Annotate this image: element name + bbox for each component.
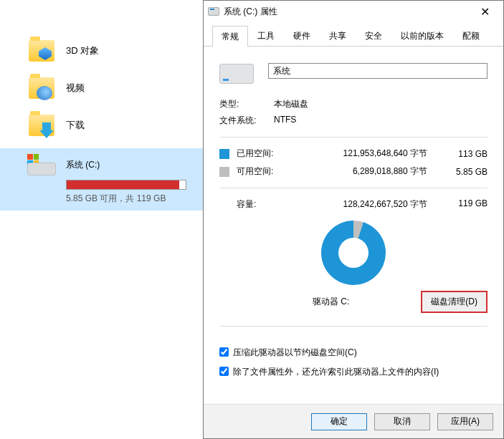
filesystem-value: NTFS (274, 115, 296, 127)
tab-content: 类型: 本地磁盘 文件系统: NTFS 已用空间: 121,953,648,64… (204, 47, 503, 404)
tab-quota[interactable]: 配额 (453, 25, 489, 46)
index-label: 除了文件属性外，还允许索引此驱动器上文件的内容(I) (233, 366, 439, 378)
type-value: 本地磁盘 (274, 98, 308, 110)
compress-drive-checkbox[interactable]: 压缩此驱动器以节约磁盘空间(C) (219, 347, 488, 359)
free-color-swatch (219, 167, 229, 177)
drive-icon (208, 7, 219, 16)
folder-download-icon (27, 111, 56, 140)
sidebar-item-label: 3D 对象 (66, 44, 99, 57)
sidebar-item-drive-c[interactable]: 系统 (C:) 5.85 GB 可用，共 119 GB (0, 148, 203, 211)
tab-tools[interactable]: 工具 (248, 25, 284, 46)
usage-pie-chart (321, 221, 386, 285)
folder-3d-icon (27, 37, 56, 65)
dialog-title: 系统 (C:) 属性 (224, 6, 470, 18)
drive-name-input[interactable] (268, 63, 488, 79)
compress-checkbox-input[interactable] (219, 347, 229, 357)
apply-button[interactable]: 应用(A) (437, 413, 493, 430)
drive-letter-label: 驱动器 C: (219, 296, 349, 308)
free-space-gb: 5.85 GB (446, 167, 488, 177)
type-label: 类型: (219, 98, 274, 110)
sidebar-item-label: 视频 (66, 82, 85, 95)
used-space-label: 已用空间: (237, 148, 298, 160)
index-checkbox-input[interactable] (219, 367, 229, 376)
drive-large-icon (219, 58, 254, 84)
drive-usage-bar (66, 180, 186, 190)
drive-c-icon (27, 154, 56, 175)
sidebar-item-label: 下载 (66, 119, 85, 132)
tab-general[interactable]: 常规 (212, 26, 248, 47)
tab-strip: 常规 工具 硬件 共享 安全 以前的版本 配额 (204, 25, 503, 47)
close-button[interactable]: ✕ (470, 1, 499, 21)
sidebar-item-3d-objects[interactable]: 3D 对象 (0, 32, 203, 69)
tab-sharing[interactable]: 共享 (320, 25, 356, 46)
used-color-swatch (219, 149, 229, 159)
index-drive-checkbox[interactable]: 除了文件属性外，还允许索引此驱动器上文件的内容(I) (219, 366, 488, 378)
ok-button[interactable]: 确定 (311, 413, 367, 430)
tab-previous-versions[interactable]: 以前的版本 (391, 25, 453, 46)
sidebar-item-downloads[interactable]: 下载 (0, 107, 203, 144)
used-space-bytes: 121,953,648,640 字节 (298, 148, 446, 160)
compress-label: 压缩此驱动器以节约磁盘空间(C) (233, 347, 357, 359)
drive-subtext: 5.85 GB 可用，共 119 GB (66, 193, 203, 205)
disk-cleanup-button[interactable]: 磁盘清理(D) (421, 291, 488, 313)
cancel-button[interactable]: 取消 (374, 413, 430, 430)
sidebar-item-videos[interactable]: 视频 (0, 69, 203, 107)
tab-security[interactable]: 安全 (356, 25, 391, 46)
free-space-bytes: 6,289,018,880 字节 (298, 165, 446, 178)
capacity-gb: 119 GB (446, 198, 488, 211)
properties-dialog: 系统 (C:) 属性 ✕ 常规 工具 硬件 共享 安全 以前的版本 配额 类型:… (203, 0, 504, 439)
titlebar[interactable]: 系统 (C:) 属性 ✕ (204, 1, 503, 22)
capacity-bytes: 128,242,667,520 字节 (298, 198, 446, 211)
explorer-sidebar: 3D 对象 视频 下载 系统 (C:) 5.85 GB 可用，共 119 GB (0, 0, 203, 439)
free-space-label: 可用空间: (237, 165, 298, 178)
filesystem-label: 文件系统: (219, 115, 274, 127)
dialog-footer: 确定 取消 应用(A) (204, 404, 503, 438)
tab-hardware[interactable]: 硬件 (284, 25, 320, 46)
capacity-label: 容量: (219, 198, 298, 211)
drive-label: 系统 (C:) (66, 159, 100, 171)
used-space-gb: 113 GB (446, 149, 488, 159)
folder-video-icon (27, 74, 56, 102)
